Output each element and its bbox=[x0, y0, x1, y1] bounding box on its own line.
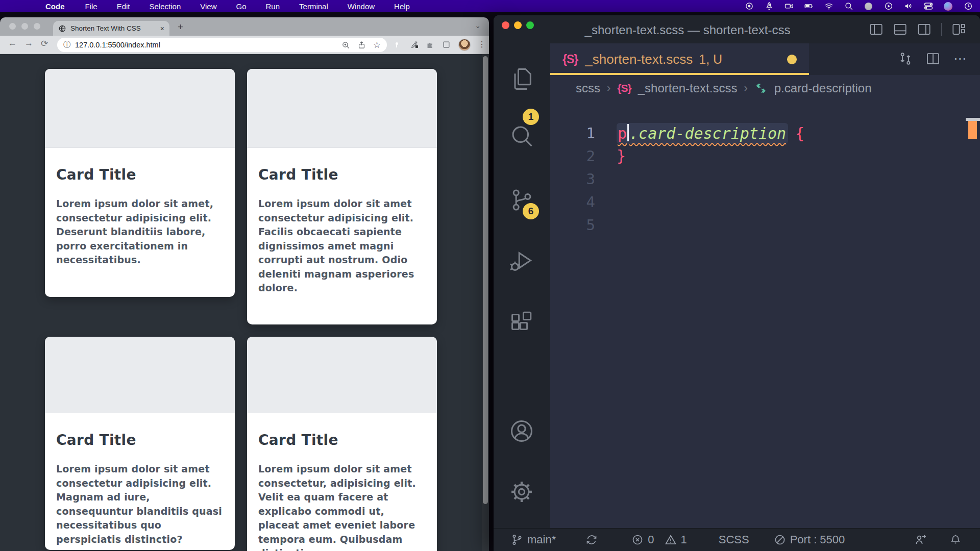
play-status-icon[interactable] bbox=[884, 2, 893, 11]
reload-button[interactable]: ⟳ bbox=[41, 38, 48, 49]
zoom-page-icon[interactable] bbox=[341, 41, 350, 49]
problems-status[interactable]: 0 1 bbox=[631, 533, 687, 546]
menu-item-selection[interactable]: Selection bbox=[140, 2, 191, 11]
vscode-title-bar: _shorten-text.scss — shorten-text-css bbox=[494, 15, 980, 43]
tab-strip-chevron-icon[interactable]: ⌄ bbox=[475, 21, 481, 30]
customize-layout-icon[interactable] bbox=[952, 22, 966, 36]
settings-gear-icon[interactable] bbox=[508, 479, 535, 505]
menu-item-terminal[interactable]: Terminal bbox=[289, 2, 338, 11]
address-bar[interactable]: ⓘ 127.0.0.1:5500/index.html ☆ bbox=[57, 38, 387, 52]
git-branch-status[interactable]: main* bbox=[511, 533, 556, 546]
zoom-window-button[interactable] bbox=[526, 21, 534, 29]
code-line[interactable]: 2 } bbox=[550, 144, 980, 167]
browser-traffic-lights[interactable] bbox=[9, 23, 40, 30]
extensions-puzzle-icon[interactable] bbox=[426, 40, 434, 49]
site-info-icon[interactable]: ⓘ bbox=[63, 40, 70, 49]
new-tab-button[interactable]: + bbox=[178, 21, 183, 33]
card-image-placeholder bbox=[247, 337, 437, 413]
code-token-close-brace: } bbox=[617, 147, 626, 165]
card-description: Lorem ipsum dolor sit amet consectetur a… bbox=[56, 462, 224, 546]
toggle-panel-icon[interactable] bbox=[893, 22, 907, 36]
code-line[interactable]: 3 bbox=[550, 167, 980, 190]
scrollbar-thumb[interactable] bbox=[483, 56, 488, 504]
breadcrumb-folder[interactable]: scss bbox=[576, 81, 600, 95]
symbol-selector-icon bbox=[754, 82, 768, 95]
scrollbar-track[interactable] bbox=[482, 54, 489, 551]
source-control-badge: 6 bbox=[523, 203, 539, 219]
split-editor-icon[interactable] bbox=[926, 52, 940, 66]
tab-problems-git-decoration: 1, U bbox=[699, 52, 722, 67]
vscode-traffic-lights[interactable] bbox=[502, 21, 534, 29]
menu-item-code[interactable]: Code bbox=[35, 2, 76, 11]
profile-avatar[interactable] bbox=[458, 39, 471, 51]
unsaved-changes-dot[interactable] bbox=[787, 55, 797, 64]
extensions-icon[interactable] bbox=[508, 310, 535, 336]
spotlight-search-icon[interactable] bbox=[844, 2, 853, 11]
card-description: Lorem ipsum dolor sit amet, consectetur … bbox=[56, 197, 224, 267]
back-button[interactable]: ← bbox=[8, 38, 17, 48]
browser-tab[interactable]: Shorten Text With CSS × bbox=[53, 21, 169, 36]
minimize-window-button[interactable] bbox=[21, 23, 28, 30]
status-bar: main* 0 1 SCSS Port : 5500 bbox=[494, 528, 980, 551]
code-editor[interactable]: 1 p.card-description{ 2 } 3 4 5 bbox=[550, 102, 980, 236]
code-token-selector: .card-description bbox=[629, 124, 786, 142]
forward-button[interactable]: → bbox=[24, 38, 33, 48]
clock-icon[interactable] bbox=[963, 2, 973, 11]
overview-ruler-warning-mark bbox=[968, 121, 977, 139]
code-line[interactable]: 5 bbox=[550, 213, 980, 236]
card: Card Title Lorem ipsum dolor sit amet, c… bbox=[45, 69, 235, 297]
toggle-primary-sidebar-icon[interactable] bbox=[869, 22, 883, 36]
breadcrumb-file[interactable]: _shorten-text.scss bbox=[638, 81, 738, 95]
video-camera-icon[interactable] bbox=[784, 2, 794, 11]
battery-icon[interactable] bbox=[804, 2, 814, 11]
tab-close-button[interactable]: × bbox=[160, 24, 164, 33]
close-window-button[interactable] bbox=[502, 21, 509, 29]
menu-item-edit[interactable]: Edit bbox=[107, 2, 140, 11]
code-line[interactable]: 1 p.card-description{ bbox=[550, 121, 980, 144]
browser-menu-button[interactable]: ⋮ bbox=[478, 39, 486, 49]
menu-item-file[interactable]: File bbox=[76, 2, 107, 11]
menu-item-run[interactable]: Run bbox=[256, 2, 290, 11]
close-window-button[interactable] bbox=[9, 23, 16, 30]
share-icon[interactable] bbox=[357, 41, 366, 49]
do-not-disturb-icon[interactable] bbox=[864, 2, 873, 11]
card-image-placeholder bbox=[45, 337, 235, 413]
open-changes-icon[interactable] bbox=[898, 52, 913, 66]
eyedropper-extension-icon[interactable] bbox=[410, 40, 419, 49]
explorer-icon[interactable] bbox=[508, 66, 535, 92]
editor-tab[interactable]: {S} _shorten-text.scss 1, U bbox=[550, 43, 809, 75]
run-debug-icon[interactable] bbox=[508, 247, 535, 274]
feedback-icon[interactable] bbox=[915, 534, 927, 546]
sync-changes-button[interactable] bbox=[585, 534, 598, 546]
toggle-secondary-sidebar-icon[interactable] bbox=[917, 22, 931, 36]
siri-icon[interactable] bbox=[943, 2, 953, 11]
rocket-icon[interactable] bbox=[764, 2, 774, 11]
circle-slash-icon bbox=[774, 534, 786, 546]
more-actions-icon[interactable]: ⋯ bbox=[953, 52, 967, 66]
menu-item-help[interactable]: Help bbox=[384, 2, 420, 11]
menu-item-view[interactable]: View bbox=[190, 2, 226, 11]
live-server-port-status[interactable]: Port : 5500 bbox=[774, 533, 845, 546]
search-icon[interactable] bbox=[508, 123, 535, 149]
code-token-tag: p bbox=[618, 124, 627, 142]
bookmark-star-icon[interactable]: ☆ bbox=[373, 40, 381, 51]
language-mode-status[interactable]: SCSS bbox=[719, 533, 749, 546]
notifications-bell-icon[interactable] bbox=[949, 534, 962, 546]
screen-record-icon[interactable] bbox=[744, 2, 754, 11]
screenshot-extension-icon[interactable] bbox=[442, 40, 451, 49]
code-line[interactable]: 4 bbox=[550, 190, 980, 213]
url-text[interactable]: 127.0.0.1:5500/index.html bbox=[75, 41, 334, 49]
minimize-window-button[interactable] bbox=[514, 21, 522, 29]
breadcrumb-symbol[interactable]: p.card-description bbox=[774, 81, 872, 95]
menu-item-go[interactable]: Go bbox=[227, 2, 256, 11]
volume-icon[interactable] bbox=[903, 2, 913, 11]
zoom-window-button[interactable] bbox=[34, 23, 40, 30]
control-center-icon[interactable] bbox=[923, 2, 933, 11]
wifi-icon[interactable] bbox=[824, 2, 834, 11]
line-number: 1 bbox=[550, 124, 595, 142]
account-icon[interactable] bbox=[508, 418, 535, 444]
menu-item-window[interactable]: Window bbox=[338, 2, 384, 11]
card: Card Title Lorem ipsum dolor sit amet co… bbox=[45, 337, 235, 550]
globe-favicon bbox=[58, 24, 66, 33]
card-title: Card Title bbox=[56, 166, 224, 183]
